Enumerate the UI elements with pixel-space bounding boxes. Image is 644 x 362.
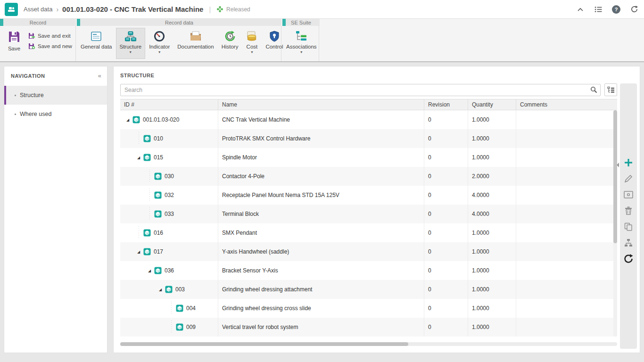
indicator-button[interactable]: Indicator ▼ — [145, 28, 173, 59]
dropdown-caret-icon: ▼ — [129, 51, 132, 54]
item-cube-icon — [154, 267, 162, 274]
cell-name: Vertical travel for robot system — [218, 318, 424, 337]
tree-expander[interactable] — [135, 223, 142, 242]
collapse-sidebar-icon[interactable]: « — [98, 72, 101, 79]
cost-button[interactable]: Cost ▼ — [242, 28, 262, 59]
view-item-button[interactable] — [623, 190, 634, 199]
index-menu-button[interactable] — [593, 4, 603, 15]
collapse-tools-icon[interactable] — [617, 163, 619, 167]
item-cube-icon — [154, 191, 162, 199]
history-button[interactable]: History — [218, 28, 242, 59]
vertical-scrollbar-thumb[interactable] — [613, 110, 617, 243]
tree-expander[interactable] — [167, 318, 175, 337]
col-header-id[interactable]: ID # — [120, 99, 218, 110]
tree-expander[interactable] — [146, 167, 153, 186]
structure-panel: STRUCTURE — [113, 66, 640, 353]
add-item-button[interactable] — [623, 158, 634, 167]
save-and-new-button[interactable]: Save and new — [28, 43, 72, 49]
vertical-scrollbar[interactable] — [613, 110, 617, 337]
general-data-icon — [90, 30, 102, 42]
tree-list-icon — [607, 86, 615, 94]
group-accent-icon — [0, 19, 3, 26]
tree-expander[interactable] — [124, 110, 132, 129]
copy-structure-button[interactable] — [623, 222, 634, 231]
structure-button[interactable]: Structure ▼ — [116, 28, 146, 59]
tree-expander[interactable] — [146, 186, 153, 205]
item-cube-icon — [176, 304, 183, 312]
item-cube-icon — [143, 229, 151, 237]
help-button[interactable]: ? — [611, 4, 621, 15]
cell-comments — [516, 242, 617, 261]
documentation-button[interactable]: Documentation — [173, 28, 217, 59]
tree-expander[interactable] — [157, 280, 164, 299]
tree-indent — [124, 223, 135, 242]
refresh-table-button[interactable] — [623, 254, 634, 263]
cell-name: Bracket Sensor Y-Axis — [218, 261, 424, 280]
table-row[interactable]: 009 Vertical travel for robot system 0 1… — [120, 318, 617, 337]
tree-view-toggle-button[interactable] — [604, 83, 617, 96]
col-header-name[interactable]: Name — [218, 99, 424, 110]
group-accent-icon — [77, 19, 80, 26]
col-header-quantity[interactable]: Quantity — [468, 99, 516, 110]
col-header-comments[interactable]: Comments — [516, 99, 617, 110]
cell-comments — [516, 261, 617, 280]
cell-name: Receptacle Panel Mount Nema STD 15A 125V — [218, 186, 424, 205]
collapse-header-button[interactable] — [575, 4, 586, 15]
app-logo-icon[interactable] — [5, 3, 18, 16]
table-row[interactable]: 004 Grinding wheel dressing cross slide … — [120, 299, 617, 318]
edit-item-button[interactable] — [623, 174, 634, 183]
table-row[interactable]: 030 Contactor 4-Pole 0 2.0000 — [120, 167, 617, 186]
table-row[interactable]: 036 Bracket Sensor Y-Axis 0 1.0000 — [120, 261, 617, 280]
search-icon[interactable] — [590, 86, 597, 95]
table-row[interactable]: 017 Y-axis Handwheel (saddle) 0 1.0000 — [120, 242, 617, 261]
cell-comments — [516, 167, 617, 186]
cell-quantity: 1.0000 — [468, 242, 516, 261]
breadcrumb[interactable]: Asset data — [24, 6, 52, 13]
sidebar-item-structure[interactable]: Structure — [4, 86, 107, 105]
cell-revision: 0 — [424, 129, 468, 148]
tree-indent — [124, 242, 135, 261]
cell-quantity: 1.0000 — [468, 318, 516, 337]
item-cube-icon — [176, 323, 183, 331]
tree-indent — [124, 205, 146, 223]
tree-indent — [124, 280, 157, 299]
table-row[interactable]: 001.01.03-020 CNC Trak Vertical Machine … — [120, 110, 617, 129]
horizontal-scrollbar-thumb[interactable] — [120, 342, 408, 346]
item-cube-icon — [143, 154, 151, 161]
refresh-page-button[interactable] — [629, 4, 639, 15]
save-button[interactable]: Save — [3, 28, 25, 58]
cell-comments — [516, 110, 617, 129]
expand-tree-button[interactable] — [623, 238, 634, 247]
save-and-exit-button[interactable]: Save and exit — [28, 33, 72, 39]
associations-icon — [295, 30, 307, 42]
table-row[interactable]: 015 Spindle Motor 0 1.0000 — [120, 148, 617, 167]
status-badge: Released — [216, 6, 250, 13]
delete-item-button[interactable] — [623, 206, 634, 215]
cell-revision: 0 — [424, 318, 468, 337]
item-id: 032 — [165, 192, 174, 198]
table-row[interactable]: 016 SMX Pendant 0 1.0000 — [120, 223, 617, 242]
table-row[interactable]: 033 Terminal Block 0 4.0000 — [120, 205, 617, 223]
table-row[interactable]: 003 Grinding wheel dressing attachment 0… — [120, 280, 617, 299]
tree-expander[interactable] — [135, 242, 142, 261]
table-row[interactable]: 010 ProtoTRAK SMX Control Hardware 0 1.0… — [120, 129, 617, 148]
item-cube-icon — [132, 116, 140, 123]
ribbon-section-record-data: General data Structure ▼ — [76, 26, 281, 61]
cell-comments — [516, 280, 617, 299]
table-row[interactable]: 032 Receptacle Panel Mount Nema STD 15A … — [120, 186, 617, 205]
search-row — [120, 83, 617, 96]
cell-comments — [516, 318, 617, 337]
item-id: 009 — [186, 324, 196, 330]
sidebar-item-where-used[interactable]: Where used — [4, 105, 107, 123]
col-header-revision[interactable]: Revision — [424, 99, 468, 110]
tree-expander[interactable] — [135, 129, 142, 148]
tree-expander[interactable] — [146, 261, 153, 280]
tree-expander[interactable] — [146, 205, 153, 223]
tree-expander[interactable] — [135, 148, 142, 167]
horizontal-scrollbar[interactable] — [120, 342, 617, 346]
associations-button[interactable]: Associations ▼ — [282, 28, 321, 59]
search-input[interactable] — [120, 84, 601, 96]
general-data-button[interactable]: General data — [77, 28, 116, 59]
cell-revision: 0 — [424, 110, 468, 129]
tree-expander[interactable] — [167, 299, 175, 318]
